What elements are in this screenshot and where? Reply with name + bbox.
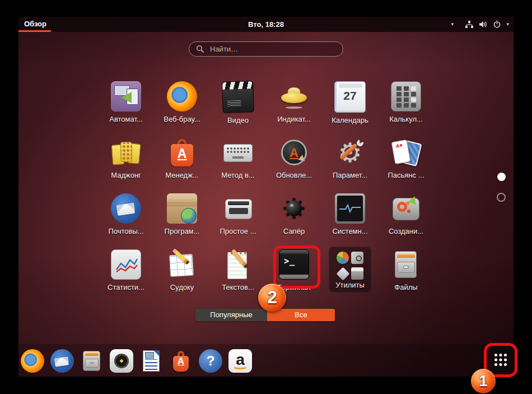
scanner-icon xyxy=(223,193,253,224)
app-indicator[interactable]: Индикат... xyxy=(266,78,322,135)
sudoku-icon xyxy=(167,249,197,280)
page-indicator xyxy=(496,173,506,214)
disk-usage-mini-icon xyxy=(351,252,363,264)
show-applications-button[interactable] xyxy=(487,346,514,373)
dock-files-icon[interactable] xyxy=(80,349,104,373)
app-label: Почтовы... xyxy=(98,228,154,235)
gnome-activities-overview: Обзор Вто, 18:28 ▾ ▾ Автомат... Веб-брау… xyxy=(18,17,514,377)
utilities-mini-icons xyxy=(337,252,363,280)
app-input-method[interactable]: Метод в... xyxy=(210,135,266,191)
keyboard-icon xyxy=(223,137,253,168)
app-solitaire[interactable]: A♥ Пасьянс ... xyxy=(378,135,434,191)
app-files[interactable]: Файлы xyxy=(378,247,434,303)
app-mines[interactable]: Сапёр xyxy=(266,191,322,247)
system-status-menu[interactable]: ▾ xyxy=(465,17,509,32)
app-label: Веб-брау... xyxy=(154,115,210,123)
calculator-icon xyxy=(391,81,421,112)
filter-all-button[interactable]: Все xyxy=(267,309,335,321)
chevron-down-icon: ▾ xyxy=(506,17,509,32)
app-label: Системн... xyxy=(322,228,378,235)
app-label: Автомат... xyxy=(98,115,154,123)
folder-utilities[interactable]: Утилиты xyxy=(322,247,378,303)
dock-firefox-icon[interactable] xyxy=(21,349,44,373)
app-label: Индикат... xyxy=(266,115,322,123)
app-label: Менедж... xyxy=(154,171,210,179)
pie-chart-mini-icon xyxy=(337,252,349,264)
folder-label: Утилиты xyxy=(329,281,371,289)
app-label: Калькул... xyxy=(378,115,434,123)
dash-dock: A ? a xyxy=(21,349,252,373)
app-mail-client[interactable]: Почтовы... xyxy=(98,191,154,247)
terminal-icon: >_ xyxy=(279,249,309,280)
app-simple-scan[interactable]: Простое ... xyxy=(210,191,266,247)
app-label: Маджонг xyxy=(98,171,154,179)
dock-amazon-icon[interactable]: a xyxy=(228,349,252,373)
package-globe-icon xyxy=(167,193,197,224)
app-terminal[interactable]: >_ Терминал xyxy=(266,247,322,303)
app-startup-disk-creator[interactable]: Создани... xyxy=(378,191,434,247)
ufo-indicator-icon xyxy=(279,81,309,112)
app-software-manager[interactable]: A Менедж... xyxy=(154,135,210,191)
firefox-icon xyxy=(167,81,197,112)
calendar-icon: 27 xyxy=(334,81,366,113)
software-updater-icon: A xyxy=(279,137,309,168)
app-software-updater[interactable]: A Обновле... xyxy=(266,135,322,191)
app-system-monitor[interactable]: Системн... xyxy=(322,191,378,247)
app-label: Статисти... xyxy=(98,284,154,291)
app-packages[interactable]: Програм... xyxy=(154,191,210,247)
autokey-icon xyxy=(111,81,141,112)
app-sudoku[interactable]: Судоку xyxy=(154,247,210,303)
app-web-browser[interactable]: Веб-брау... xyxy=(154,78,210,135)
text-editor-icon xyxy=(223,249,253,280)
search-icon xyxy=(196,45,204,53)
gem-mini-icon xyxy=(336,267,349,280)
software-bag-icon: A xyxy=(167,137,197,168)
legacy-tray-chevron-icon[interactable]: ▾ xyxy=(451,17,454,32)
page-dot-next[interactable] xyxy=(497,193,506,202)
dock-rhythmbox-icon[interactable] xyxy=(110,349,133,373)
app-label: Метод в... xyxy=(210,171,266,179)
app-label: Видео xyxy=(210,117,266,124)
settings-gear-icon: ⚙ xyxy=(335,137,365,168)
dock-ubuntu-software-icon[interactable]: A xyxy=(169,349,193,373)
startup-disk-icon xyxy=(391,193,421,224)
app-label: Обновле... xyxy=(266,171,322,179)
page-dot-current[interactable] xyxy=(497,173,506,181)
system-monitor-icon xyxy=(335,193,365,224)
dock-thunderbird-icon[interactable] xyxy=(50,349,74,373)
top-bar: Обзор Вто, 18:28 ▾ ▾ xyxy=(18,17,514,32)
clock-button[interactable]: Вто, 18:28 xyxy=(18,17,514,32)
utilities-folder-tile[interactable]: Утилиты xyxy=(329,247,371,293)
grid-dots-icon xyxy=(494,354,497,356)
mahjongg-icon xyxy=(111,137,141,168)
app-statistics[interactable]: Статисти... xyxy=(98,247,154,303)
app-label: Програм... xyxy=(154,228,210,235)
app-autokey[interactable]: Автомат... xyxy=(98,78,154,135)
volume-icon xyxy=(479,21,488,28)
printer-mini-icon xyxy=(351,267,363,280)
app-mahjongg[interactable]: Маджонг xyxy=(98,135,154,191)
app-label: Пасьянс ... xyxy=(378,171,434,179)
mine-icon xyxy=(279,193,309,224)
power-icon xyxy=(493,20,501,29)
network-icon xyxy=(465,21,474,29)
dock-help-icon[interactable]: ? xyxy=(199,349,222,373)
dock-libreoffice-writer-icon[interactable] xyxy=(139,349,163,373)
app-calendar[interactable]: 27 Календарь xyxy=(322,78,378,135)
view-filter: Популярные Все xyxy=(195,309,335,321)
app-label: Файлы xyxy=(378,284,434,291)
filter-popular-button[interactable]: Популярные xyxy=(195,309,267,321)
search-input[interactable] xyxy=(209,44,323,54)
videos-icon xyxy=(222,81,254,113)
app-label: Судоку xyxy=(154,284,210,291)
app-grid: Автомат... Веб-брау... Видео Индикат... … xyxy=(98,78,434,303)
app-settings[interactable]: ⚙ Парамет... xyxy=(322,135,378,191)
app-text-editor[interactable]: Текстов... xyxy=(210,247,266,303)
app-label: Сапёр xyxy=(266,228,322,235)
app-videos[interactable]: Видео xyxy=(210,78,266,135)
app-label: Текстов... xyxy=(210,284,266,291)
app-label: Терминал xyxy=(266,284,322,291)
app-calculator[interactable]: Калькул... xyxy=(378,78,434,135)
search-box[interactable] xyxy=(189,41,343,57)
app-label: Календарь xyxy=(322,117,378,124)
